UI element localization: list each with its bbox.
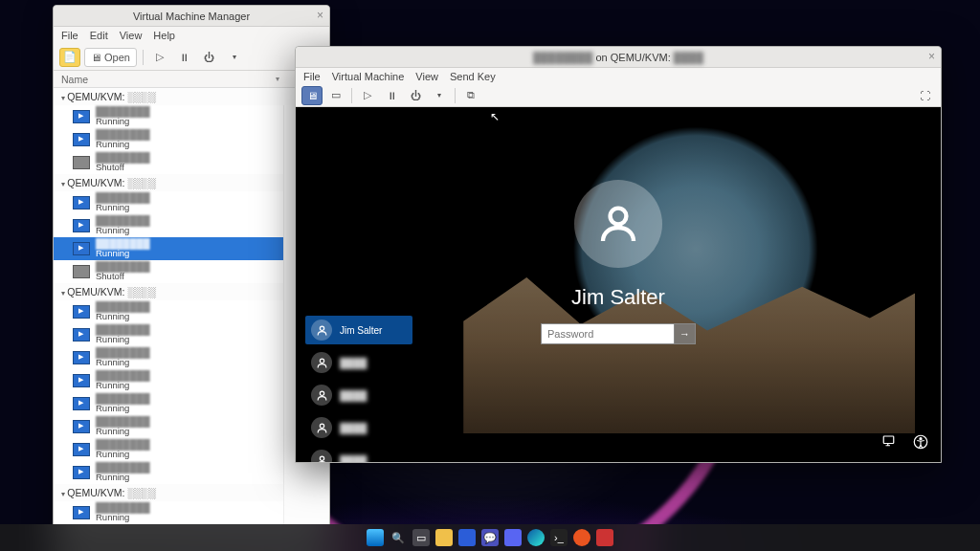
- vmm-titlebar[interactable]: Virtual Machine Manager ×: [54, 6, 329, 27]
- details-icon[interactable]: ▭: [325, 86, 346, 105]
- vm-name: ████████: [96, 463, 150, 473]
- search-icon[interactable]: 🔍: [390, 529, 407, 546]
- vm-name: ████████: [96, 107, 150, 117]
- mouse-cursor-icon: ↖: [490, 110, 500, 123]
- network-icon[interactable]: [880, 431, 901, 452]
- console-icon[interactable]: 🖥: [301, 86, 323, 105]
- vm-state: Running: [96, 381, 150, 390]
- new-vm-button[interactable]: 📄: [59, 48, 80, 67]
- vm-state: Running: [96, 404, 150, 413]
- lockscreen-options: [880, 431, 931, 452]
- vm-list-header[interactable]: Name ▾ CPU usage: [54, 71, 329, 88]
- app-icon[interactable]: [596, 529, 613, 546]
- vm-state: Running: [96, 140, 150, 149]
- connection-row[interactable]: QEMU/KVM: ░░░░: [54, 88, 329, 105]
- power-icon[interactable]: ⏻: [199, 48, 220, 67]
- monitor-icon: [73, 328, 90, 342]
- vm-state: Running: [96, 312, 150, 321]
- user-item[interactable]: ████: [305, 348, 412, 377]
- vm-state: Running: [96, 249, 150, 258]
- user-item[interactable]: ████: [305, 381, 412, 409]
- avatar-icon: [311, 320, 332, 341]
- vmm-menubar: File Edit View Help: [54, 27, 329, 44]
- vmm-title: Virtual Machine Manager: [133, 11, 250, 22]
- svg-rect-6: [883, 436, 894, 444]
- vm-name: ████████: [96, 371, 150, 381]
- vm-name: ████████: [96, 503, 150, 513]
- terminal-icon[interactable]: ›_: [550, 529, 568, 546]
- monitor-icon: [73, 196, 90, 209]
- user-item[interactable]: ████: [305, 446, 412, 462]
- vm-name: ████████: [96, 262, 150, 272]
- monitor-icon: [73, 242, 90, 255]
- pause-icon[interactable]: ⏸: [381, 86, 402, 105]
- menu-view[interactable]: View: [415, 71, 438, 82]
- monitor-icon: [73, 466, 90, 479]
- vm-name: ████████: [96, 417, 150, 427]
- start-button[interactable]: [367, 529, 384, 546]
- open-button[interactable]: 🖥Open: [84, 48, 137, 67]
- vm-state: Running: [96, 450, 150, 459]
- submit-arrow-icon[interactable]: →: [675, 323, 696, 344]
- svg-point-5: [320, 456, 323, 460]
- pause-icon[interactable]: ⏸: [174, 48, 195, 67]
- chevron-down-icon[interactable]: ▾: [429, 86, 450, 105]
- power-icon[interactable]: ⏻: [405, 86, 426, 105]
- vm-name: ████████: [96, 348, 150, 358]
- widgets-icon[interactable]: [458, 529, 476, 546]
- monitor-icon: [73, 305, 90, 319]
- ease-of-access-icon[interactable]: [910, 431, 931, 452]
- vm-name: ████████: [96, 239, 150, 249]
- menu-help[interactable]: Help: [153, 30, 175, 41]
- snapshot-icon[interactable]: ⧉: [460, 86, 481, 105]
- vm-state: Running: [96, 473, 150, 482]
- file-explorer-icon[interactable]: [435, 529, 453, 546]
- virt-manager-window: Virtual Machine Manager × File Edit View…: [53, 5, 330, 540]
- vm-console-window: ████████ on QEMU/KVM: ████ × File Virtua…: [295, 46, 942, 463]
- vm-name: ████████: [96, 216, 150, 226]
- monitor-icon: [73, 443, 90, 456]
- user-item[interactable]: Jim Salter: [305, 316, 412, 344]
- close-icon[interactable]: ×: [317, 9, 323, 22]
- guest-console[interactable]: ↖ Jim Salter → Jim Salter███████████████…: [296, 107, 941, 462]
- user-name: ████: [340, 423, 367, 433]
- menu-view[interactable]: View: [120, 30, 143, 41]
- monitor-icon: [73, 133, 90, 146]
- guest-titlebar[interactable]: ████████ on QEMU/KVM: ████ ×: [296, 47, 941, 68]
- menu-file[interactable]: File: [61, 30, 78, 41]
- vm-state: Running: [96, 117, 150, 126]
- avatar-icon: [311, 417, 332, 438]
- monitor-icon: [73, 420, 90, 433]
- discord-icon[interactable]: [504, 529, 522, 546]
- menu-sendkey[interactable]: Send Key: [450, 71, 496, 82]
- close-icon[interactable]: ×: [928, 50, 935, 63]
- vm-name: ████████: [96, 325, 150, 335]
- monitor-icon: [73, 351, 90, 364]
- chevron-down-icon[interactable]: ▾: [224, 48, 245, 67]
- vm-state: Shutoff: [96, 272, 150, 281]
- fullscreen-icon[interactable]: ⛶: [914, 86, 935, 105]
- svg-point-1: [320, 326, 323, 330]
- task-view-icon[interactable]: ▭: [412, 529, 430, 546]
- vm-name: ████████: [96, 394, 150, 404]
- guest-title: ████████ on QEMU/KVM: ████: [533, 52, 703, 63]
- password-input[interactable]: [541, 323, 675, 344]
- menu-file[interactable]: File: [303, 71, 321, 82]
- ubuntu-icon[interactable]: [573, 529, 590, 546]
- play-icon[interactable]: ▷: [357, 86, 378, 105]
- edge-icon[interactable]: [527, 529, 545, 546]
- play-icon[interactable]: ▷: [149, 48, 170, 67]
- menu-edit[interactable]: Edit: [90, 30, 108, 41]
- taskbar[interactable]: 🔍 ▭ 💬 ›_: [0, 524, 980, 551]
- separator: [351, 88, 352, 103]
- user-item[interactable]: ████: [305, 413, 412, 442]
- svg-point-3: [320, 391, 323, 395]
- user-name: Jim Salter: [340, 325, 382, 336]
- separator: [455, 88, 456, 103]
- menu-vm[interactable]: Virtual Machine: [332, 71, 405, 82]
- monitor-icon: [73, 156, 90, 169]
- svg-point-0: [611, 209, 627, 225]
- chat-icon[interactable]: 💬: [481, 529, 499, 546]
- vm-list[interactable]: QEMU/KVM: ░░░░████████Running████████Run…: [54, 88, 329, 540]
- vm-state: Running: [96, 427, 150, 436]
